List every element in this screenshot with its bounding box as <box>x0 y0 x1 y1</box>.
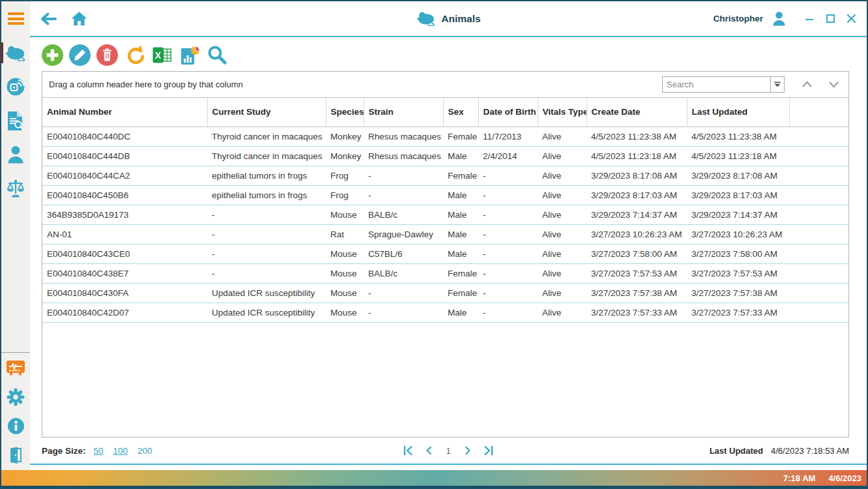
sidebar-item-about[interactable] <box>1 411 30 441</box>
search-button[interactable] <box>206 44 227 66</box>
undo-button[interactable] <box>124 44 145 66</box>
sidebar-item-settings[interactable] <box>1 382 30 411</box>
table-cell: Alive <box>538 284 586 303</box>
table-cell: Alive <box>538 225 586 244</box>
page-size-100[interactable]: 100 <box>113 446 128 456</box>
chevron-down-icon <box>828 81 839 88</box>
page-size-50[interactable]: 50 <box>94 446 104 456</box>
table-cell: Alive <box>538 205 586 225</box>
column-header-sex[interactable]: Sex <box>443 98 478 126</box>
close-button[interactable] <box>845 12 858 25</box>
column-header-current-study[interactable]: Current Study <box>207 98 326 126</box>
page-size-200[interactable]: 200 <box>137 446 152 456</box>
table-cell-empty <box>789 205 848 225</box>
page-size-label: Page Size: <box>42 446 86 456</box>
table-cell: - <box>478 284 538 303</box>
table-row[interactable]: E004010840C440DCThyroid cancer in macaqu… <box>42 127 848 147</box>
back-button[interactable] <box>39 12 57 26</box>
previous-page-button[interactable] <box>424 445 433 456</box>
home-icon <box>71 11 87 26</box>
sidebar-item-vitals-monitor[interactable] <box>1 353 30 382</box>
table-cell: Male <box>443 205 478 225</box>
add-button[interactable] <box>42 44 63 66</box>
table-row[interactable]: E004010840C430FAUpdated ICR susceptibili… <box>42 284 848 303</box>
table-cell: 3/29/2023 7:14:37 AM <box>687 205 789 225</box>
table-cell: Alive <box>538 303 586 323</box>
trash-icon <box>101 48 113 62</box>
excel-icon: X <box>152 46 171 65</box>
table-cell: Alive <box>538 166 586 186</box>
table-cell: - <box>364 303 443 323</box>
statusbar-time: 7:18 AM <box>783 473 815 483</box>
last-page-button[interactable] <box>483 445 494 456</box>
table-cell-empty <box>789 284 848 303</box>
reports-button[interactable] <box>179 44 200 66</box>
grid-footer: Page Size: 50100200 <box>30 437 867 464</box>
table-cell: Sprague-Dawley <box>364 225 443 244</box>
column-header-create-date[interactable]: Create Date <box>586 98 687 126</box>
dropdown-caret-icon <box>774 81 781 88</box>
hamburger-menu-button[interactable] <box>1 1 30 36</box>
table-cell: Frog <box>326 166 364 186</box>
page-size-options: 50100200 <box>94 445 162 456</box>
search-next-button[interactable] <box>828 81 839 88</box>
pencil-icon <box>74 48 87 61</box>
edit-button[interactable] <box>69 44 91 66</box>
table-cell: - <box>207 264 326 284</box>
table-cell: Thyroid cancer in macaques <box>207 147 326 166</box>
delete-button[interactable] <box>96 44 118 66</box>
table-row[interactable]: E004010840C450B6epithelial tumors in fro… <box>42 186 848 205</box>
table-cell: 4/5/2023 11:23:18 AM <box>586 147 687 166</box>
table-cell: Mouse <box>326 205 364 225</box>
home-button[interactable] <box>71 11 87 26</box>
group-by-bar[interactable]: Drag a column header here to group by th… <box>42 72 848 98</box>
sidebar-item-users[interactable] <box>1 138 30 171</box>
sidebar-item-rfid[interactable] <box>1 70 30 104</box>
sidebar-item-records[interactable] <box>1 104 30 138</box>
table-row[interactable]: 364B9385D0A19173-MouseBALB/cMale-Alive3/… <box>42 205 848 225</box>
table-cell: E004010840C42D07 <box>42 303 207 323</box>
info-icon <box>7 417 25 435</box>
column-header-last-updated[interactable]: Last Updated <box>687 98 789 126</box>
sidebar-item-measurements[interactable] <box>1 171 30 205</box>
column-header-strain[interactable]: Strain <box>364 98 443 126</box>
table-row[interactable]: AN-01-RatSprague-DawleyMale-Alive3/27/20… <box>42 225 848 244</box>
table-row[interactable]: E004010840C43CE0-MouseC57BL/6Male-Alive3… <box>42 244 848 264</box>
table-row[interactable]: E004010840C444DBThyroid cancer in macaqu… <box>42 147 848 166</box>
table-cell: BALB/c <box>364 205 443 225</box>
animals-table: Animal NumberCurrent StudySpeciesStrainS… <box>42 98 848 127</box>
column-header-vitals-type[interactable]: Vitals Type <box>538 98 586 126</box>
table-cell: E004010840C430FA <box>42 284 207 303</box>
search-prev-button[interactable] <box>802 81 813 88</box>
maximize-button[interactable] <box>824 12 837 25</box>
table-row[interactable]: E004010840C44CA2epithelial tumors in fro… <box>42 166 848 186</box>
table-row[interactable]: E004010840C42D07Updated ICR susceptibili… <box>42 303 848 323</box>
sidebar-item-animals[interactable] <box>1 36 30 70</box>
next-page-button[interactable] <box>463 445 472 456</box>
table-row[interactable]: E004010840C438E7-MouseBALB/cFemale-Alive… <box>42 264 848 284</box>
titlebar: Animals Christopher <box>30 1 867 36</box>
svg-text:X: X <box>155 50 162 60</box>
table-cell: 3/27/2023 7:57:53 AM <box>687 264 789 284</box>
search-input[interactable] <box>663 77 770 92</box>
column-header-date-of-birth[interactable]: Date of Birth <box>478 98 538 126</box>
user-menu-button[interactable] <box>772 11 786 26</box>
table-cell: - <box>478 186 538 205</box>
table-cell: - <box>364 186 443 205</box>
table-cell: 3/27/2023 7:58:00 AM <box>687 244 789 264</box>
table-cell: Mouse <box>326 264 364 284</box>
column-header-animal-number[interactable]: Animal Number <box>42 98 207 126</box>
export-excel-button[interactable]: X <box>151 44 173 66</box>
sidebar-item-exit[interactable] <box>1 441 30 470</box>
table-cell: Alive <box>538 186 586 205</box>
table-cell-empty <box>789 225 848 244</box>
table-cell: Alive <box>538 264 586 284</box>
mouse-icon <box>416 11 436 26</box>
column-header-species[interactable]: Species <box>326 98 364 126</box>
exit-door-icon <box>8 447 23 464</box>
plus-icon <box>46 48 59 62</box>
first-page-button[interactable] <box>403 445 414 456</box>
table-cell: Female <box>443 264 478 284</box>
minimize-button[interactable] <box>803 12 816 25</box>
search-options-button[interactable] <box>770 77 784 92</box>
